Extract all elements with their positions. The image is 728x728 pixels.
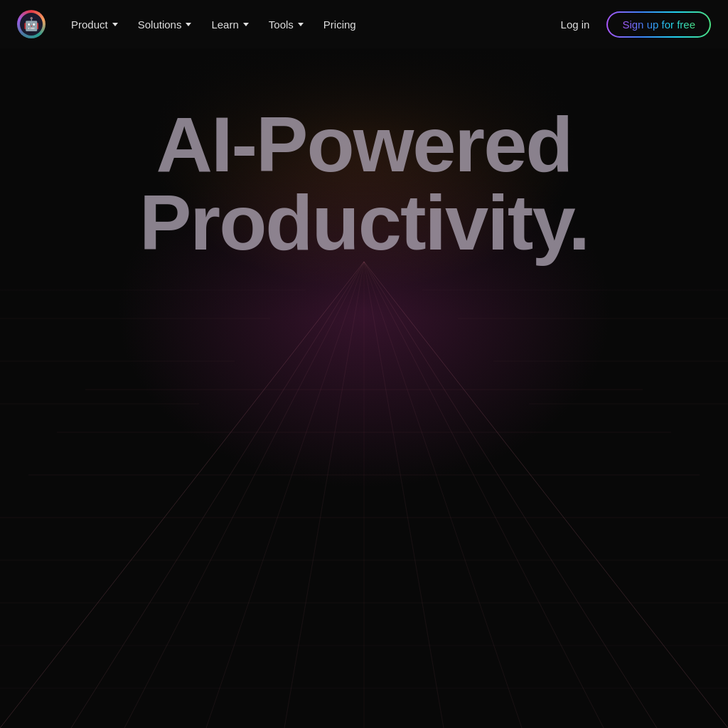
nav-item-pricing[interactable]: Pricing xyxy=(315,13,365,36)
chevron-down-icon xyxy=(112,23,118,26)
hero-headline-line1: AI-Powered xyxy=(156,100,572,188)
hero-section: AI-Powered Productivity. xyxy=(0,48,728,728)
login-button[interactable]: Log in xyxy=(552,13,599,36)
logo-icon: 🤖 xyxy=(23,16,39,32)
logo[interactable]: 🤖 xyxy=(17,10,46,38)
hero-headline-line2: Productivity. xyxy=(139,178,589,266)
nav-label-product: Product xyxy=(71,18,108,31)
hero-text: AI-Powered Productivity. xyxy=(44,105,684,262)
nav-right: Log in Sign up for free xyxy=(552,11,711,38)
signup-button[interactable]: Sign up for free xyxy=(606,11,711,38)
logo-inner: 🤖 xyxy=(20,13,43,36)
signup-label: Sign up for free xyxy=(622,18,695,31)
nav-item-tools[interactable]: Tools xyxy=(260,13,312,36)
nav-item-product[interactable]: Product xyxy=(63,13,127,36)
navbar: 🤖 Product Solutions Learn Tools Prici xyxy=(0,0,728,48)
nav-left: 🤖 Product Solutions Learn Tools Prici xyxy=(17,10,365,38)
nav-item-learn[interactable]: Learn xyxy=(203,13,257,36)
chevron-down-icon xyxy=(243,23,249,26)
nav-item-solutions[interactable]: Solutions xyxy=(129,13,200,36)
hero-headline: AI-Powered Productivity. xyxy=(44,105,684,262)
nav-label-solutions: Solutions xyxy=(138,18,182,31)
nav-links: Product Solutions Learn Tools Pricing xyxy=(63,13,365,36)
nav-label-tools: Tools xyxy=(269,18,294,31)
chevron-down-icon xyxy=(298,23,304,26)
chevron-down-icon xyxy=(186,23,191,26)
nav-label-learn: Learn xyxy=(211,18,238,31)
nav-label-pricing: Pricing xyxy=(323,18,356,31)
